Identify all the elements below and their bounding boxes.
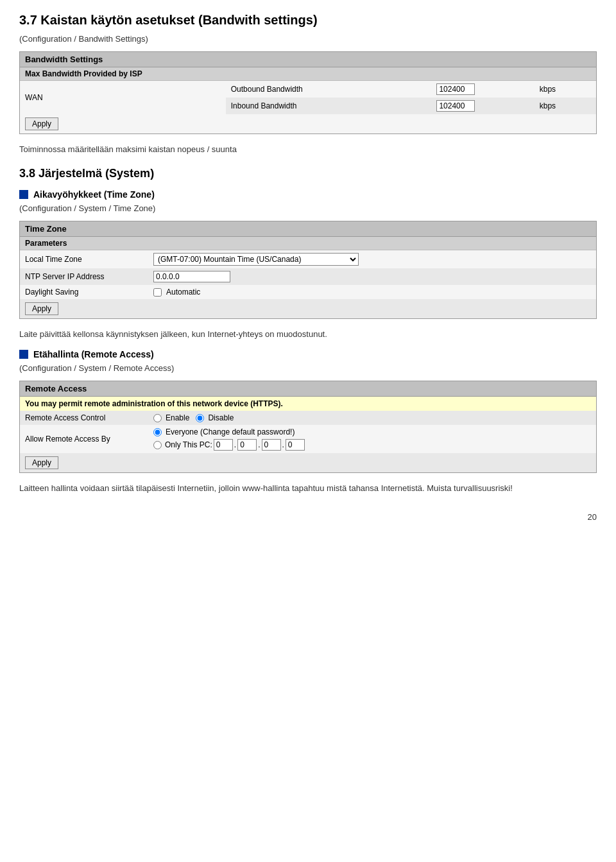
- ntp-label: NTP Server IP Address: [20, 268, 148, 285]
- only-pc-radio[interactable]: [153, 441, 162, 449]
- remote-heading-text: Etähallinta (Remote Access): [33, 349, 154, 359]
- remote-description: Laitteen hallinta voidaan siirtää tilapä…: [19, 483, 597, 493]
- page-number: 20: [19, 512, 597, 522]
- only-pc-group: Only This PC: . . .: [153, 439, 591, 451]
- timezone-subheader: Parameters: [20, 237, 596, 250]
- blue-square-icon: [19, 190, 28, 199]
- outbound-unit: kbps: [535, 81, 596, 98]
- everyone-label: Everyone (Change default password!): [166, 427, 295, 436]
- ip-dot-2: .: [258, 440, 260, 449]
- wan-label: WAN: [20, 81, 226, 114]
- remote-control-radios: Enable Disable: [153, 413, 591, 422]
- blue-square-icon-2: [19, 350, 28, 359]
- ip-field-1[interactable]: [214, 439, 233, 451]
- everyone-radio[interactable]: [153, 428, 162, 436]
- breadcrumb-bandwidth: (Configuration / Bandwith Settings): [19, 34, 597, 44]
- timezone-panel: Time Zone Parameters Local Time Zone (GM…: [19, 221, 597, 319]
- outbound-input[interactable]: [436, 83, 475, 95]
- timezone-subsection-heading: Aikavyöhykkeet (Time Zone): [19, 189, 597, 200]
- remote-notice: You may permit remote administration of …: [20, 397, 596, 411]
- page-title: 3.7 Kaistan käytön asetukset (Bandwith s…: [19, 13, 597, 28]
- timezone-description: Laite päivittää kellonsa käynnistyksen j…: [19, 329, 597, 339]
- timezone-panel-header: Time Zone: [20, 221, 596, 237]
- remote-subsection-heading: Etähallinta (Remote Access): [19, 349, 597, 359]
- ip-field-2[interactable]: [237, 439, 257, 451]
- bandwidth-subheader: Max Bandwidth Provided by ISP: [20, 67, 596, 81]
- enable-radio[interactable]: [153, 414, 162, 422]
- inbound-input[interactable]: [436, 100, 475, 112]
- daylight-checkbox[interactable]: [153, 288, 162, 297]
- inbound-label: Inbound Bandwidth: [226, 98, 432, 114]
- enable-radio-label: Enable: [153, 413, 189, 422]
- ip-dot-3: .: [282, 440, 284, 449]
- remote-panel: Remote Access You may permit remote admi…: [19, 381, 597, 473]
- allow-access-label: Allow Remote Access By: [20, 425, 148, 453]
- ip-field-3[interactable]: [262, 439, 281, 451]
- inbound-unit: kbps: [535, 98, 596, 114]
- remote-control-label: Remote Access Control: [20, 411, 148, 425]
- timezone-apply-button[interactable]: Apply: [25, 302, 58, 315]
- timezone-select[interactable]: (GMT-07:00) Mountain Time (US/Canada): [153, 253, 359, 266]
- bandwidth-panel-header: Bandwidth Settings: [20, 52, 596, 67]
- disable-label: Disable: [208, 413, 234, 422]
- daylight-checkbox-text: Automatic: [166, 288, 200, 297]
- disable-radio[interactable]: [196, 414, 204, 422]
- local-tz-label: Local Time Zone: [20, 250, 148, 268]
- allow-access-options: Everyone (Change default password!) Only…: [153, 427, 591, 451]
- bandwidth-apply-button[interactable]: Apply: [25, 117, 58, 130]
- ntp-input[interactable]: [153, 271, 230, 282]
- daylight-checkbox-label: Automatic: [153, 288, 591, 297]
- disable-radio-label: Disable: [196, 413, 234, 422]
- outbound-label: Outbound Bandwidth: [226, 81, 432, 98]
- bandwidth-panel: Bandwidth Settings Max Bandwidth Provide…: [19, 51, 597, 134]
- section-38-title: 3.8 Järjestelmä (System): [19, 167, 597, 180]
- ip-field-4[interactable]: [286, 439, 305, 451]
- breadcrumb-remote: (Configuration / System / Remote Access): [19, 363, 597, 373]
- breadcrumb-timezone: (Configuration / System / Time Zone): [19, 203, 597, 213]
- everyone-radio-label: Everyone (Change default password!): [153, 427, 591, 436]
- timezone-heading-text: Aikavyöhykkeet (Time Zone): [33, 189, 155, 200]
- ip-dot-1: .: [234, 440, 236, 449]
- only-pc-label: Only This PC:: [165, 440, 212, 449]
- bandwidth-description: Toiminnossa määritellään maksimi kaistan…: [19, 144, 597, 154]
- remote-panel-header: Remote Access: [20, 381, 596, 397]
- enable-label: Enable: [166, 413, 189, 422]
- daylight-label: Daylight Saving: [20, 285, 148, 299]
- remote-apply-button[interactable]: Apply: [25, 456, 58, 469]
